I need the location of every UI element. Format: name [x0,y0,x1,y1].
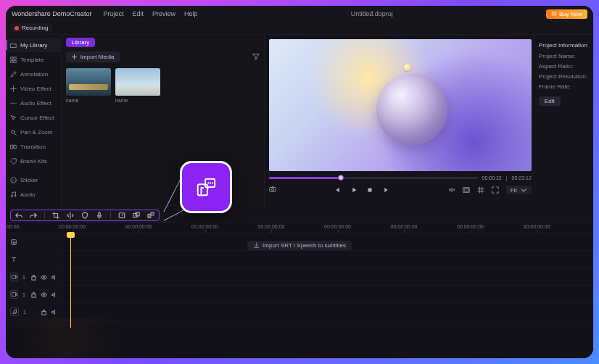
info-project-name: Project Name: [539,53,587,59]
menu-edit[interactable]: Edit [132,10,144,17]
sidebar-item-audio-effect[interactable]: Audio Effect [6,96,61,110]
info-edit-button[interactable]: Edit [539,96,561,106]
snapshot-button[interactable] [269,186,276,194]
ruler-label: 00:00:00:00 [191,224,218,229]
info-resolution: Project Resolution: [539,73,587,80]
split-button[interactable] [67,212,74,219]
sidebar-item-video-effect[interactable]: Video Effect [6,81,61,96]
video-track-icon [10,273,18,281]
mute-track-button[interactable] [50,308,57,315]
track-headers: 1 1 [6,233,62,328]
seek-bar-row: 00:00:22 | 00:23:12 [269,175,532,181]
track-head-video-1[interactable]: 1 [6,268,62,286]
track-lanes[interactable] [62,233,593,328]
preview-graphic [376,74,447,145]
shield-icon [81,212,88,219]
svg-rect-4 [11,60,13,62]
chevron-down-icon [520,186,527,194]
lane-text[interactable] [62,251,593,268]
undo-button[interactable] [15,212,22,219]
grid-button[interactable] [477,183,484,197]
redo-icon [30,212,37,219]
mute-track-button[interactable] [50,291,57,298]
play-button[interactable] [350,183,358,197]
camera-icon [269,186,276,193]
group-icon [133,212,140,219]
svg-point-23 [153,214,154,215]
recording-bar: Recording [6,22,593,35]
sidebar-item-annotation[interactable]: Annotation [6,67,61,81]
lock-icon [41,309,47,315]
svg-rect-14 [464,189,468,191]
ruler-label: 00:00:00:00 [125,224,152,229]
preview-graphic [404,64,411,71]
lock-button[interactable] [40,308,47,315]
menu-project[interactable]: Project [103,10,123,17]
menu-preview[interactable]: Preview [152,10,175,17]
seek-knob[interactable] [338,175,344,181]
seek-bar[interactable] [269,177,478,179]
transition-icon [10,144,17,150]
wave-icon [10,100,17,107]
mute-button[interactable] [448,183,455,197]
playhead-handle-icon[interactable] [67,232,75,238]
mute-track-button[interactable] [50,273,57,281]
sidebar-item-sticker[interactable]: Sticker [6,173,61,187]
media-thumb[interactable]: name [66,68,111,103]
visibility-button[interactable] [40,273,47,281]
video-preview[interactable] [269,39,532,171]
ruler-label: 00:00:00:00 [6,224,19,229]
folder-icon [10,42,17,49]
playhead[interactable] [70,233,71,328]
svg-rect-26 [31,276,35,280]
next-button[interactable] [382,183,389,197]
lane-video-2[interactable] [62,286,593,303]
track-head-cursor[interactable] [6,233,62,251]
time-current: 00:00:22 [482,175,502,181]
crop-button[interactable] [52,212,59,219]
sidebar-item-my-library[interactable]: My Library [6,38,61,52]
filter-button[interactable] [252,53,260,62]
track-head-audio-1[interactable]: 1 [6,303,62,320]
lane-video-1[interactable] [62,268,593,286]
library-chip[interactable]: Library [66,38,95,47]
buy-now-button[interactable]: Buy Now [546,9,587,19]
group-button[interactable] [133,212,140,219]
fullscreen-button[interactable] [492,183,499,197]
sidebar-item-cursor-effect[interactable]: Cursor Effect [6,110,61,125]
sidebar-item-transition[interactable]: Transition [6,139,61,154]
ruler-label: 00:00:00:00 [324,224,351,229]
upper-area: My Library Template Annotation Video Eff… [6,35,593,209]
stop-button[interactable] [366,183,373,197]
speech-to-text-icon [195,176,217,198]
media-thumb[interactable]: name [115,68,160,103]
voiceover-button[interactable] [96,212,103,219]
sidebar-item-audio[interactable]: Audio [6,187,61,202]
safe-zone-button[interactable] [463,183,470,197]
speed-button[interactable] [118,212,125,219]
cursor-square-icon [10,239,17,246]
music-icon [10,191,17,198]
sidebar-item-template[interactable]: Template [6,52,61,67]
track-head-text[interactable] [6,251,62,268]
redo-button[interactable] [30,212,37,219]
svg-point-0 [553,15,553,16]
ruler-label: 00:00:00:00 [391,224,418,229]
timeline-ruler[interactable]: 00:00:00:0000:00:00:0000:00:00:0000:00:0… [6,222,593,233]
zoom-fit-select[interactable]: Fit [506,186,532,194]
import-media-button[interactable]: Import Media [66,51,120,62]
info-heading: Project Information [539,42,587,49]
lock-button[interactable] [30,273,37,281]
track-head-video-2[interactable]: 1 [6,286,62,303]
recording-button[interactable]: Recording [10,23,52,33]
menu-help[interactable]: Help [184,10,198,17]
lane-audio-1[interactable] [62,303,593,320]
prev-button[interactable] [334,183,342,197]
sidebar-item-pan-zoom[interactable]: Pan & Zoom [6,125,61,139]
lock-button[interactable] [30,291,37,298]
speech-to-text-button[interactable] [147,212,154,219]
visibility-button[interactable] [40,291,47,298]
lane-cursor[interactable] [62,233,593,251]
marker-button[interactable] [81,212,88,219]
sidebar-item-brand-kits[interactable]: Brand Kits [6,154,61,168]
